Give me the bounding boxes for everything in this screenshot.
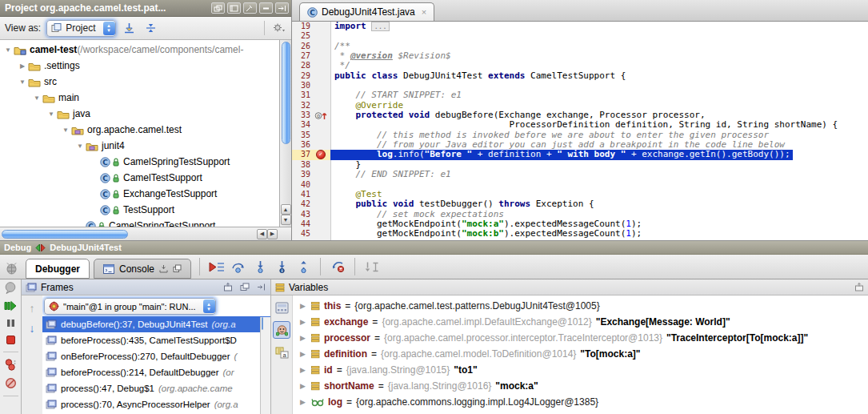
stack-frame-row[interactable]: beforeProcess():214, DefaultDebugger (or (42, 364, 270, 380)
force-step-into-icon[interactable]: i (273, 258, 290, 275)
project-vertical-scrollbar[interactable]: ▲ ▼ (279, 40, 291, 227)
gutter-cell[interactable] (314, 71, 330, 81)
code-line-39[interactable]: 39 // END SNIPPET: e1 (292, 170, 868, 179)
evaluate-expression-icon[interactable] (273, 299, 290, 316)
variable-row-definition[interactable]: ▶definition = {org.apache.camel.model.To… (293, 346, 868, 362)
gutter-cell[interactable] (314, 180, 330, 190)
gutter-cell[interactable] (314, 120, 330, 130)
stack-frame-row[interactable]: process():70, AsyncProcessorHelper (org.… (42, 396, 270, 412)
gutter-cell[interactable]: ✓ (314, 150, 330, 159)
tree-toggle-icon[interactable]: ▼ (32, 94, 42, 102)
variable-row-shortName[interactable]: ▶shortName = {java.lang.String@1016}"moc… (293, 378, 868, 394)
view-as-dropdown[interactable]: Project ▲▼ (46, 20, 115, 37)
previous-frame-icon[interactable]: ↑ (30, 302, 35, 315)
export-icon[interactable] (159, 264, 168, 273)
variable-row-log[interactable]: ▶log = {org.apache.commons.logging.impl.… (293, 394, 868, 410)
scroll-right-icon[interactable]: ▶ (267, 229, 278, 239)
tree-toggle-icon[interactable]: ▶ (18, 62, 27, 70)
tree-item-exchangetestsupport[interactable]: CExchangeTestSupport (0, 186, 291, 202)
breakpoint-icon[interactable]: ✓ (316, 150, 326, 159)
collapse-all-icon[interactable] (143, 21, 159, 35)
tab-close-icon[interactable]: × (422, 7, 426, 17)
scrollbar-thumb[interactable] (282, 42, 290, 144)
variable-row-id[interactable]: ▶id = {java.lang.String@1015}"to1" (293, 362, 868, 378)
float-console-icon[interactable] (173, 264, 182, 273)
tree-toggle-icon[interactable]: ▼ (18, 78, 27, 86)
editor-body[interactable]: 19import ...2526/**27 * @version $Revisi… (292, 22, 868, 240)
tree-item-camelspringtestsupport[interactable]: CCamelSpringTestSupport (0, 218, 291, 227)
scroll-up-icon[interactable]: ▲ (281, 204, 291, 215)
gutter-cell[interactable] (314, 61, 330, 70)
float-window-icon[interactable] (211, 2, 225, 14)
run-to-cursor-icon[interactable] (363, 258, 381, 275)
code-line-37[interactable]: 37✓ log.info("Before " + definition + " … (292, 150, 868, 159)
code-line-25[interactable]: 25 (292, 31, 868, 41)
tree-item-main[interactable]: ▼main (0, 90, 291, 106)
gutter-cell[interactable] (314, 140, 330, 150)
gutter-cell[interactable] (314, 81, 330, 90)
variable-row-exchange[interactable]: ▶exchange = {org.apache.camel.impl.Defau… (293, 314, 868, 330)
override-method-icon[interactable]: o (314, 111, 328, 120)
gutter-cell[interactable] (314, 199, 330, 209)
tree-item-cameltestsupport[interactable]: CCamelTestSupport (0, 170, 291, 186)
expand-icon[interactable]: ▶ (300, 366, 307, 374)
expand-icon[interactable]: ▶ (300, 334, 307, 342)
expand-icon[interactable]: ▶ (300, 398, 307, 406)
tree-toggle-icon[interactable]: ▼ (3, 46, 13, 54)
gutter-cell[interactable] (314, 131, 330, 140)
stack-frame-row[interactable]: onBeforeProcess():270, DefaultDebugger ( (42, 348, 270, 364)
step-into-icon[interactable] (251, 258, 269, 275)
view-breakpoints-icon[interactable] (5, 359, 16, 371)
frames-scrollbar[interactable] (260, 317, 270, 414)
code-line-19[interactable]: 19import ... (292, 22, 868, 31)
step-out-icon[interactable] (294, 258, 312, 275)
watches-view-icon[interactable] (273, 321, 290, 339)
variable-row-this[interactable]: ▶this = {org.apache.camel.test.patterns.… (293, 298, 868, 314)
tree-item-camel-test[interactable]: ▼camel-test (/workspace/camel/components… (0, 42, 291, 58)
gutter-cell[interactable] (314, 22, 330, 31)
gutter-cell[interactable] (314, 42, 330, 51)
settings-gear-icon[interactable] (270, 21, 286, 35)
tree-item-junit4[interactable]: ▼junit4 (0, 138, 291, 154)
show-execution-point-icon[interactable] (208, 258, 226, 275)
stack-frame-row[interactable]: beforeProcess():435, CamelTestSupport$D (42, 332, 270, 348)
tree-toggle-icon[interactable]: ▼ (46, 111, 56, 118)
restore-panel-icon[interactable] (854, 283, 864, 291)
tree-item-testsupport[interactable]: CTestSupport (0, 202, 291, 218)
gutter-cell[interactable] (314, 160, 330, 170)
tab-console[interactable]: Console (94, 259, 191, 279)
gutter-cell[interactable]: o (314, 111, 330, 120)
code-line-45[interactable]: 45 getMockEndpoint("mock:b").expectedMes… (292, 229, 868, 239)
gutter-cell[interactable] (314, 219, 330, 229)
hide-panel-icon[interactable] (257, 283, 266, 291)
tree-item-camelspringtestsupport[interactable]: CCamelSpringTestSupport (0, 154, 291, 170)
stack-frame-row[interactable]: process():47, Debug$1 (org.apache.came (42, 380, 270, 396)
minimize-window-icon[interactable] (259, 2, 273, 14)
gutter-cell[interactable] (314, 229, 330, 239)
expand-icon[interactable]: ▶ (300, 350, 307, 358)
notifications-icon[interactable] (4, 282, 17, 294)
pin-window-icon[interactable] (243, 2, 257, 14)
tree-item-.settings[interactable]: ▶.settings (0, 58, 291, 74)
tab-debugger[interactable]: Debugger (26, 259, 90, 279)
code-line-29[interactable]: 29public class DebugJUnit4Test extends C… (292, 71, 868, 81)
gutter-cell[interactable] (314, 51, 330, 61)
gutter-cell[interactable] (314, 190, 330, 199)
expand-icon[interactable]: ▶ (300, 318, 307, 326)
scroll-left-icon[interactable]: ◀ (257, 229, 267, 239)
tree-item-src[interactable]: ▼src (0, 74, 291, 90)
pop-frame-icon[interactable] (329, 258, 346, 275)
next-frame-icon[interactable]: ↓ (30, 322, 35, 335)
mute-breakpoints-icon[interactable] (5, 377, 17, 389)
stop-icon[interactable] (6, 335, 16, 345)
resume-icon[interactable] (4, 300, 17, 312)
code-line-27[interactable]: 27 * @version $Revision$ (292, 51, 868, 61)
scrollbar-thumb[interactable] (2, 230, 128, 239)
tree-item-java[interactable]: ▼java (0, 106, 291, 122)
expand-icon[interactable]: ▶ (300, 302, 307, 310)
thread-selector-dropdown[interactable]: "main"@1 in group "main": RUN... ▲▼ (44, 298, 216, 315)
gutter-cell[interactable] (314, 170, 330, 179)
scroll-to-source-icon[interactable] (122, 21, 138, 35)
hide-window-icon[interactable] (275, 2, 289, 14)
show-types-icon[interactable]: a (273, 344, 290, 361)
